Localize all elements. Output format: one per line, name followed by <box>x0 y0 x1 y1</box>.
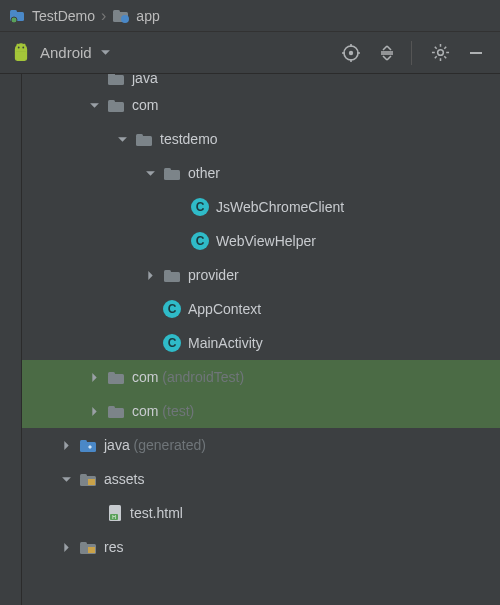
minimize-button[interactable] <box>462 39 490 67</box>
svg-rect-4 <box>113 10 120 14</box>
svg-rect-23 <box>108 372 115 376</box>
module-folder-icon <box>112 8 130 24</box>
project-view-dropdown[interactable]: Android <box>40 44 111 61</box>
tree-node-label: assets <box>104 471 144 487</box>
svg-rect-19 <box>164 168 171 172</box>
html-file-icon: H <box>107 504 123 522</box>
expand-arrow-down-icon[interactable] <box>116 133 128 145</box>
tree-node-label: java <box>132 74 158 86</box>
tree-row[interactable]: java (generated) <box>22 428 500 462</box>
class-icon: C <box>191 198 209 216</box>
expand-arrow-down-icon[interactable] <box>88 99 100 111</box>
tree-row[interactable]: testdemo <box>22 122 500 156</box>
svg-point-7 <box>22 46 24 48</box>
collapse-all-button[interactable] <box>373 39 401 67</box>
svg-rect-35 <box>80 542 87 546</box>
folder-icon <box>135 132 153 147</box>
breadcrumb-module[interactable]: app <box>112 8 159 24</box>
tree-node-label: test.html <box>130 505 183 521</box>
tree-node-qualifier: (generated) <box>130 437 206 453</box>
class-icon: C <box>191 232 209 250</box>
breadcrumb: TestDemo › app <box>0 0 500 32</box>
svg-rect-29 <box>80 474 87 478</box>
folder-icon <box>163 166 181 181</box>
project-icon <box>8 7 26 25</box>
class-icon: C <box>191 232 209 250</box>
tree-node-qualifier: (test) <box>158 403 194 419</box>
expand-arrow-right-icon[interactable] <box>88 405 100 417</box>
tree-node-label: testdemo <box>160 131 218 147</box>
svg-rect-11 <box>470 52 482 54</box>
svg-text:H: H <box>112 514 116 520</box>
settings-button[interactable] <box>426 39 454 67</box>
tree-row[interactable]: CWebViewHelper <box>22 224 500 258</box>
folder-icon <box>107 370 125 385</box>
expand-arrow-right-icon[interactable] <box>60 541 72 553</box>
tree-row[interactable]: Htest.html <box>22 496 500 530</box>
expand-arrow-down-icon[interactable] <box>60 473 72 485</box>
svg-rect-27 <box>80 440 87 444</box>
project-tree[interactable]: javacomtestdemootherCJsWebChromeClientCW… <box>22 74 500 605</box>
svg-rect-36 <box>88 547 95 553</box>
tree-node-label: provider <box>188 267 239 283</box>
class-icon: C <box>163 334 181 352</box>
tree-node-label: other <box>188 165 220 181</box>
class-icon: C <box>163 300 181 318</box>
folder-gen-icon <box>79 438 97 453</box>
svg-rect-21 <box>164 270 171 274</box>
tree-node-label: JsWebChromeClient <box>216 199 344 215</box>
breadcrumb-project[interactable]: TestDemo <box>32 8 95 24</box>
tree-row[interactable]: com (androidTest) <box>22 360 500 394</box>
tree-row[interactable]: CMainActivity <box>22 326 500 360</box>
expand-arrow-right-icon[interactable] <box>144 269 156 281</box>
android-icon <box>10 42 32 64</box>
svg-point-10 <box>437 50 443 56</box>
svg-point-5 <box>121 15 129 23</box>
tree-node-label: com (androidTest) <box>132 369 244 385</box>
tree-node-label: WebViewHelper <box>216 233 316 249</box>
svg-rect-17 <box>136 134 143 138</box>
svg-rect-13 <box>108 74 115 77</box>
tree-row[interactable]: CJsWebChromeClient <box>22 190 500 224</box>
breadcrumb-module-label: app <box>136 8 159 24</box>
folder-icon <box>107 98 125 113</box>
class-icon: C <box>163 300 181 318</box>
project-toolbar: Android <box>0 32 500 74</box>
folder-res-icon <box>79 472 97 487</box>
svg-point-9 <box>349 50 353 54</box>
tree-node-label: MainActivity <box>188 335 263 351</box>
tool-window-stripe[interactable] <box>0 74 22 605</box>
tree-node-qualifier: (androidTest) <box>158 369 244 385</box>
tree-node-label: res <box>104 539 123 555</box>
tree-row[interactable]: provider <box>22 258 500 292</box>
tree-row[interactable]: java <box>22 74 500 88</box>
tree-node-label: com (test) <box>132 403 194 419</box>
folder-icon <box>163 268 181 283</box>
expand-arrow-down-icon[interactable] <box>144 167 156 179</box>
breadcrumb-project-label: TestDemo <box>32 8 95 24</box>
class-icon: C <box>163 334 181 352</box>
svg-rect-30 <box>88 479 95 485</box>
project-view-label: Android <box>40 44 92 61</box>
tree-row[interactable]: CAppContext <box>22 292 500 326</box>
svg-point-2 <box>11 17 17 23</box>
tree-row[interactable]: com (test) <box>22 394 500 428</box>
folder-icon <box>107 404 125 419</box>
tree-node-label: AppContext <box>188 301 261 317</box>
svg-point-6 <box>18 46 20 48</box>
svg-rect-15 <box>108 100 115 104</box>
locate-target-button[interactable] <box>337 39 365 67</box>
tree-node-label: java (generated) <box>104 437 206 453</box>
tree-row[interactable]: com <box>22 88 500 122</box>
expand-arrow-right-icon[interactable] <box>88 371 100 383</box>
folder-icon <box>107 74 125 86</box>
expand-arrow-right-icon[interactable] <box>60 439 72 451</box>
folder-res-icon <box>79 540 97 555</box>
tree-row[interactable]: res <box>22 530 500 564</box>
tree-row[interactable]: assets <box>22 462 500 496</box>
tree-row[interactable]: other <box>22 156 500 190</box>
tree-node-label: com <box>132 97 158 113</box>
class-icon: C <box>191 198 209 216</box>
svg-rect-1 <box>10 10 17 14</box>
toolbar-separator <box>411 41 412 65</box>
